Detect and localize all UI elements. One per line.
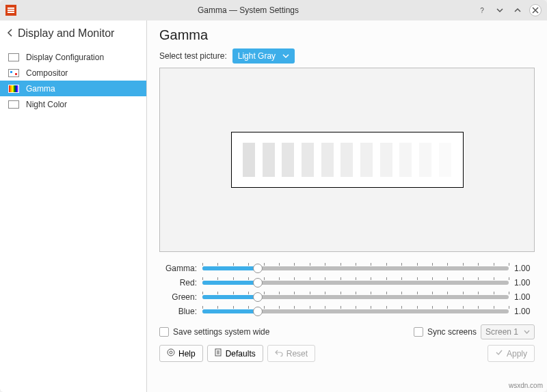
- sidebar-item-night-color[interactable]: Night Color: [0, 96, 146, 112]
- slider-label: Gamma:: [159, 264, 197, 273]
- slider-thumb[interactable]: [253, 292, 263, 302]
- sidebar-item-gamma[interactable]: Gamma: [0, 81, 146, 96]
- test-bar: [321, 143, 334, 177]
- test-picture-frame: [159, 68, 535, 252]
- maximize-icon[interactable]: [511, 4, 524, 16]
- sidebar-item-label: Compositor: [26, 68, 68, 78]
- defaults-button[interactable]: Defaults: [207, 345, 263, 362]
- slider-track[interactable]: [202, 277, 509, 288]
- test-bar: [380, 143, 392, 177]
- titlebar-actions: ?: [476, 4, 542, 16]
- slider-track[interactable]: [202, 292, 509, 302]
- test-bar: [302, 143, 314, 177]
- minimize-icon[interactable]: [494, 4, 506, 16]
- titlebar: Gamma — System Settings ?: [0, 0, 547, 20]
- sidebar-header[interactable]: Display and Monitor: [0, 20, 146, 49]
- chevron-down-icon: [282, 53, 289, 60]
- night-color-icon: [8, 100, 19, 109]
- window-title: Gamma — System Settings: [21, 5, 476, 15]
- reset-button[interactable]: Reset: [267, 345, 315, 362]
- help-icon: [167, 348, 175, 359]
- button-label: Reset: [286, 349, 308, 359]
- slider-row-red: Red:1.00: [159, 277, 535, 288]
- help-button[interactable]: Help: [159, 345, 203, 362]
- screen-select[interactable]: Screen 1: [481, 324, 535, 339]
- test-bar: [282, 143, 294, 177]
- slider-label: Blue:: [159, 307, 197, 316]
- test-bar: [341, 143, 353, 177]
- main-panel: Gamma Select test picture: Light Gray Ga…: [147, 20, 547, 392]
- app-icon: [5, 5, 16, 16]
- test-bar: [399, 143, 412, 177]
- test-bar: [263, 143, 275, 177]
- back-chevron-icon[interactable]: [7, 28, 14, 40]
- test-bar: [360, 143, 373, 177]
- document-icon: [215, 348, 222, 359]
- page-title: Gamma: [159, 27, 535, 43]
- slider-row-green: Green:1.00: [159, 292, 535, 302]
- select-picture-label: Select test picture:: [159, 51, 227, 61]
- sync-screens-checkbox[interactable]: [414, 327, 423, 337]
- sidebar: Display and Monitor Display Configuratio…: [0, 20, 147, 392]
- sidebar-title: Display and Monitor: [18, 27, 114, 40]
- slider-value: 1.00: [514, 278, 535, 288]
- check-icon: [495, 348, 503, 359]
- slider-row-blue: Blue:1.00: [159, 306, 535, 316]
- sidebar-item-label: Night Color: [26, 100, 67, 109]
- watermark: wsxdn.com: [509, 382, 543, 389]
- test-picture-dropdown[interactable]: Light Gray: [232, 48, 295, 64]
- test-bar: [419, 143, 431, 177]
- slider-label: Red:: [159, 278, 197, 288]
- slider-label: Green:: [159, 292, 197, 302]
- slider-row-gamma: Gamma:1.00: [159, 263, 535, 273]
- monitor-icon: [8, 53, 19, 61]
- test-bar: [243, 143, 255, 177]
- slider-thumb[interactable]: [253, 264, 263, 273]
- sidebar-item-compositor[interactable]: Compositor: [0, 65, 146, 81]
- svg-point-1: [170, 351, 172, 354]
- help-icon[interactable]: ?: [476, 4, 488, 16]
- close-button[interactable]: [529, 4, 542, 16]
- button-label: Defaults: [226, 349, 256, 359]
- undo-icon: [275, 348, 283, 359]
- slider-thumb[interactable]: [253, 278, 263, 288]
- slider-value: 1.00: [514, 264, 535, 273]
- sidebar-item-label: Gamma: [26, 84, 55, 94]
- compositor-icon: [8, 69, 19, 77]
- button-label: Help: [178, 349, 196, 359]
- save-system-wide-checkbox[interactable]: [159, 327, 169, 337]
- slider-value: 1.00: [514, 307, 535, 316]
- apply-button[interactable]: Apply: [488, 345, 535, 362]
- chevron-down-icon: [524, 327, 530, 337]
- button-label: Apply: [507, 349, 527, 359]
- test-bar: [439, 143, 451, 177]
- gamma-icon: [8, 85, 19, 93]
- save-system-wide-label: Save settings system wide: [173, 327, 269, 337]
- slider-track[interactable]: [202, 306, 509, 316]
- test-picture: [231, 132, 464, 188]
- slider-thumb[interactable]: [253, 307, 263, 316]
- screen-select-value: Screen 1: [485, 327, 518, 337]
- svg-point-0: [168, 349, 174, 356]
- sidebar-item-label: Display Configuration: [26, 53, 104, 62]
- sync-screens-label: Sync screens: [427, 327, 477, 337]
- slider-track[interactable]: [202, 263, 509, 273]
- sidebar-item-display-config[interactable]: Display Configuration: [0, 49, 146, 65]
- slider-value: 1.00: [514, 292, 535, 302]
- dropdown-value: Light Gray: [238, 51, 276, 61]
